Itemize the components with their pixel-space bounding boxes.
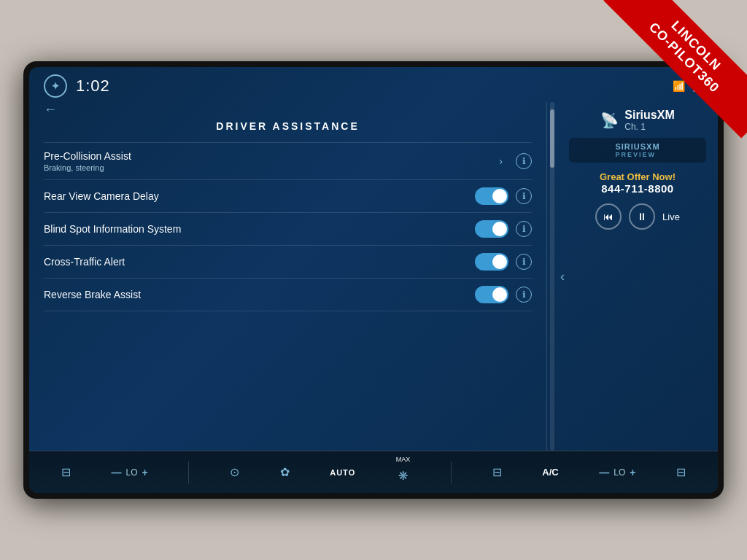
offer-box: Great Offer Now! 844-711-8800	[600, 171, 676, 195]
steering-icon: ⊙	[230, 465, 239, 479]
wifi-icon: 📡	[691, 80, 703, 92]
rewind-button[interactable]: ⏮	[595, 203, 622, 230]
sirius-title: SiriusXM	[624, 108, 674, 122]
max-label: MAX	[396, 456, 411, 463]
reverse-brake-label: Reverse Brake Assist	[44, 289, 468, 300]
auto-group: AUTO	[330, 468, 355, 477]
ac-group: A/C	[542, 467, 558, 478]
menu-item-cross-traffic: Cross-Traffic Alert ℹ	[44, 245, 532, 278]
right-temp-group: — LO +	[599, 467, 635, 478]
rear-view-label: Rear View Camera Delay	[44, 190, 468, 202]
rear-view-toggle[interactable]	[475, 187, 508, 205]
main-screen: ✦ 1:02 📶 📡 ← DRIVER ASSISTANCE	[29, 67, 718, 493]
status-right: 📶 📡	[673, 80, 703, 92]
screen-bezel: ✦ 1:02 📶 📡 ← DRIVER ASSISTANCE	[23, 61, 724, 499]
status-left: ✦ 1:02	[44, 74, 110, 98]
fan-speed: ✿	[280, 465, 290, 479]
left-temp-minus[interactable]: —	[111, 467, 121, 478]
live-label: Live	[662, 211, 680, 222]
left-temp-plus[interactable]: +	[142, 467, 147, 478]
hvac-bar: ⊟ — LO + ⊙ ✿ AUTO MAX ❋	[29, 451, 718, 493]
left-seat-heat: ⊟	[61, 465, 71, 479]
menu-item-reverse-brake: Reverse Brake Assist ℹ	[44, 278, 532, 311]
sirius-logo-line1: SIRIUSXM	[615, 142, 659, 151]
right-seat-heat: ⊟	[676, 465, 686, 479]
ac-label: A/C	[542, 467, 558, 478]
pre-collision-label: Pre-Collision Assist Braking, steering	[44, 150, 492, 172]
pre-collision-chevron: ›	[499, 155, 503, 167]
status-icons: 📶 📡	[673, 80, 703, 92]
blind-spot-info[interactable]: ℹ	[516, 221, 532, 237]
rear-view-toggle-knob	[492, 189, 507, 203]
auto-label: AUTO	[330, 468, 355, 477]
hvac-divider-2	[451, 462, 452, 483]
right-temp-plus[interactable]: +	[630, 467, 635, 478]
blind-spot-toggle-knob	[492, 222, 507, 236]
sirius-logo: SIRIUSXM PREVIEW	[615, 142, 659, 158]
pre-collision-info[interactable]: ℹ	[516, 153, 532, 169]
blind-spot-toggle[interactable]	[475, 220, 508, 238]
steering-heat: ⊙	[230, 465, 239, 479]
offer-title: Great Offer Now!	[600, 171, 676, 182]
cross-traffic-info[interactable]: ℹ	[516, 254, 532, 270]
collapse-panel-button[interactable]: ‹	[560, 269, 565, 284]
content-area: ← DRIVER ASSISTANCE Pre-Collision Assist…	[29, 102, 718, 451]
reverse-brake-info[interactable]: ℹ	[516, 287, 532, 303]
scroll-thumb	[550, 109, 554, 168]
heat-icon: ❋	[398, 469, 408, 483]
menu-items: Pre-Collision Assist Braking, steering ›…	[44, 142, 532, 451]
rear-defrost: ⊟	[492, 465, 502, 479]
right-temp-lo: LO	[614, 467, 625, 478]
section-title: DRIVER ASSISTANCE	[44, 120, 532, 136]
rear-view-info[interactable]: ℹ	[516, 188, 532, 204]
signal-icon: 📶	[673, 80, 685, 92]
lincoln-logo: ✦	[44, 74, 67, 98]
right-panel: ‹ 📡 SiriusXM Ch. 1 SIRIUSXM PREVIEW Gre	[557, 102, 718, 451]
menu-item-pre-collision[interactable]: Pre-Collision Assist Braking, steering ›…	[44, 142, 532, 179]
hvac-divider-1	[188, 462, 189, 483]
sirius-title-block: SiriusXM Ch. 1	[624, 108, 674, 132]
status-bar: ✦ 1:02 📶 📡	[29, 67, 718, 102]
pre-collision-sublabel: Braking, steering	[44, 163, 492, 172]
fan-icon: ✿	[280, 465, 290, 479]
lincoln-logo-text: ✦	[51, 80, 60, 92]
right-temp-minus[interactable]: —	[599, 467, 609, 478]
cross-traffic-toggle[interactable]	[475, 253, 508, 271]
sirius-channel: Ch. 1	[624, 122, 674, 132]
menu-item-rear-view: Rear View Camera Delay ℹ	[44, 179, 532, 212]
sirius-logo-line2: PREVIEW	[615, 151, 659, 158]
offer-phone: 844-711-8800	[600, 182, 676, 195]
sirius-header: 📡 SiriusXM Ch. 1	[569, 108, 706, 132]
heat-max-group: MAX ❋	[396, 462, 411, 483]
left-temp-lo: LO	[125, 467, 137, 478]
blind-spot-label: Blind Spot Information System	[44, 223, 468, 235]
back-button[interactable]: ←	[44, 102, 61, 117]
time-display: 1:02	[76, 77, 110, 96]
left-temp-group: — LO +	[111, 467, 147, 478]
left-panel: ← DRIVER ASSISTANCE Pre-Collision Assist…	[29, 102, 547, 451]
cross-traffic-toggle-knob	[492, 254, 507, 269]
menu-item-blind-spot: Blind Spot Information System ℹ	[44, 212, 532, 245]
left-seat-icon: ⊟	[61, 465, 71, 479]
scroll-track[interactable]	[550, 102, 554, 451]
pause-button[interactable]: ⏸	[629, 203, 655, 230]
sirius-logo-box: SIRIUSXM PREVIEW	[569, 138, 706, 163]
rear-defrost-icon: ⊟	[492, 465, 502, 479]
sirius-satellite-icon: 📡	[600, 112, 619, 129]
right-seat-icon: ⊟	[676, 465, 686, 479]
reverse-brake-toggle[interactable]	[475, 286, 508, 303]
cross-traffic-label: Cross-Traffic Alert	[44, 256, 468, 268]
media-controls: ⏮ ⏸ Live	[595, 203, 680, 230]
reverse-brake-toggle-knob	[492, 287, 507, 302]
